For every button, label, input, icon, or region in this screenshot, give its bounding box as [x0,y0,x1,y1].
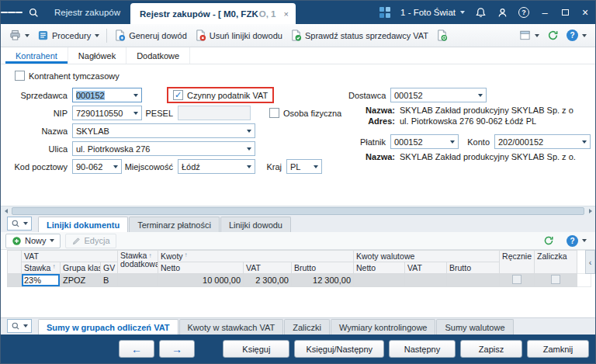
tab-dodatkowe[interactable]: Dodatkowe [126,47,190,64]
usun-linijki-button[interactable]: Usuń linijki dowodu [191,26,286,44]
company-selector[interactable]: 1 - Foto Świat [396,8,470,17]
pesel-field[interactable] [178,106,251,120]
generuj-dowod-button[interactable]: Generuj dowód [110,26,191,44]
previous-record-button[interactable] [119,340,154,358]
column-header-netto[interactable]: Netto [158,262,244,274]
chevron-down-icon[interactable] [447,135,458,148]
tab-linijki-dowodu[interactable]: Linijki dowodu [220,217,291,232]
apps-grid-icon[interactable] [374,1,396,24]
ksieguj-button[interactable]: Księguj [223,340,289,358]
edycja-button[interactable]: Edycja [65,234,116,248]
print-button[interactable] [5,26,33,44]
nowy-button[interactable]: Nowy [5,234,61,248]
grid-search-button[interactable] [7,217,32,231]
chevron-down-icon[interactable] [310,160,321,173]
cell-gv[interactable]: B [101,274,118,287]
menu-icon[interactable] [1,1,23,24]
nazwa-combo[interactable]: SKYLAB [72,123,255,138]
scroll-left-icon[interactable] [1,206,11,216]
chevron-down-icon[interactable] [244,160,255,173]
scrollbar-thumb[interactable] [12,207,584,215]
cell-grupa-klas[interactable]: ZPOZ [61,274,101,287]
tab-kwoty-w-stawkach-vat[interactable]: Kwoty w stawkach VAT [179,319,284,335]
tab-naglowek[interactable]: Nagłówek [68,47,126,64]
chevron-down-icon[interactable] [244,124,255,137]
kraj-combo[interactable]: PL [286,159,322,174]
zapisz-button[interactable]: Zapisz [460,340,522,358]
ulica-combo[interactable]: ul. Piotrkowska 276 [72,141,255,156]
column-header-grupa-klas[interactable]: Grupa klas [61,262,101,274]
tab-sumy-walutowe[interactable]: Sumy walutowe [436,319,513,335]
grid-refresh-button[interactable] [539,232,558,249]
chevron-down-icon[interactable] [475,88,486,102]
layout-window-button[interactable] [515,26,543,44]
close-tab-icon[interactable]: × [283,9,288,19]
collapse-panel-icon[interactable] [585,250,595,274]
ksieguj-nastepny-button[interactable]: Księguj/Następny [294,340,384,358]
refresh-button[interactable] [543,26,563,44]
cell-w-brutto[interactable] [447,274,500,287]
cell-brutto[interactable]: 12 300,00 [292,274,354,287]
cell-netto[interactable]: 10 000,00 [158,274,244,287]
next-record-button[interactable] [159,340,195,358]
column-header-w-vat[interactable]: VAT [405,262,447,274]
chevron-down-icon[interactable] [244,142,255,155]
tab-terminarz-platnosci[interactable]: Terminarz płatności [129,217,220,232]
document-sync-button[interactable] [432,26,452,44]
recznie-checkbox[interactable] [512,275,522,284]
czynny-podatnik-checkbox[interactable] [173,90,183,100]
column-header-gv[interactable]: GV [101,262,118,274]
column-header-recznie[interactable]: Ręcznie [500,251,535,274]
column-header-w-netto[interactable]: Netto [354,262,405,274]
miejscowosc-combo[interactable]: Łódź [178,159,255,174]
column-header-stawka[interactable]: Stawka [22,262,61,274]
toolbar-help-button[interactable] [563,26,591,44]
tab-sumy-w-grupach-odliczen-vat[interactable]: Sumy w grupach odliczeń VAT [38,319,178,335]
notifications-bell-icon[interactable] [470,1,491,24]
tab-wymiary-kontrolingowe[interactable]: Wymiary kontrolingowe [331,319,436,335]
summary-search-button[interactable] [7,319,32,333]
zamknij-button[interactable]: Zamknij [527,340,589,358]
chevron-down-icon[interactable] [110,160,121,173]
cell-stawka[interactable]: 23% [22,274,61,287]
cell-vat[interactable]: 2 300,00 [244,274,292,287]
nip-combo[interactable]: 7290110550 [72,106,142,120]
close-button[interactable] [575,1,595,24]
search-icon[interactable] [23,1,44,24]
column-header-vat[interactable]: VAT [244,262,292,274]
maximize-button[interactable] [555,1,575,24]
column-header-brutto[interactable]: Brutto [292,262,354,274]
tab-kontrahent[interactable]: Kontrahent [5,47,68,64]
chevron-down-icon[interactable] [579,135,590,148]
scroll-right-icon[interactable] [585,206,595,216]
cell-w-vat[interactable] [405,274,447,287]
titlebar-right-cluster: 1 - Foto Świat [374,1,595,24]
minimize-button[interactable] [535,1,555,24]
osoba-fizyczna-checkbox[interactable] [269,108,279,118]
kontrahent-tymczasowy-checkbox[interactable] [15,71,25,81]
chevron-down-icon[interactable] [130,88,141,102]
cell-stawka-dodatkowa[interactable] [118,274,158,287]
dostawca-combo[interactable]: 000152 [390,88,487,102]
column-header-zaliczka[interactable]: Zaliczka [535,251,577,274]
window-tab-active-document[interactable]: Rejestr zakupów - [ M0, FZK O, 1 × [130,3,296,24]
chevron-down-icon[interactable] [130,106,141,120]
platnik-combo[interactable]: 000152 [390,134,459,149]
konto-combo[interactable]: 202/000152 [494,134,591,149]
nastepny-button[interactable]: Następny [389,340,456,358]
help-icon[interactable] [513,1,535,24]
user-icon[interactable] [491,1,513,24]
column-header-stawka-dodatkowa[interactable]: Stawka dodatkowa [118,251,158,274]
column-header-w-brutto[interactable]: Brutto [447,262,500,274]
zaliczka-checkbox[interactable] [551,275,560,284]
row-selector-cell[interactable] [8,274,22,287]
cell-w-netto[interactable] [354,274,405,287]
sprzedawca-combo[interactable]: 000152 [72,88,142,102]
window-tab-rejestr-zakupow[interactable]: Rejestr zakupów [44,8,130,17]
sprawdz-status-vat-button[interactable]: Sprawdź status sprzedawcy VAT [286,26,432,44]
tab-linijki-dokumentu[interactable]: Linijki dokumentu [38,217,128,232]
kod-pocztowy-combo[interactable]: 90-062 [72,159,122,174]
tab-zaliczki[interactable]: Zaliczki [284,319,330,335]
procedury-button[interactable]: Procedury [33,26,103,44]
grid-help-button[interactable] [563,232,591,250]
